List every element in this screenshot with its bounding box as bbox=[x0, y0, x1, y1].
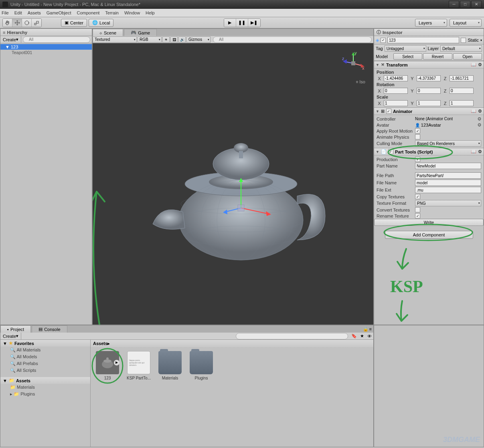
audio-toggle[interactable]: 🔊 bbox=[178, 36, 186, 43]
fav-all-materials[interactable]: 🔍 All Materials bbox=[0, 347, 90, 353]
help-icon[interactable]: 📖 bbox=[471, 109, 476, 114]
console-tab[interactable]: ▤Console bbox=[32, 325, 67, 333]
tag-dropdown[interactable]: Untagged bbox=[385, 45, 426, 52]
project-tab[interactable]: ▪Project bbox=[0, 325, 31, 333]
hierarchy-tab[interactable]: ≡ Hierarchy bbox=[0, 29, 92, 36]
render-dropdown[interactable]: RGB bbox=[138, 36, 162, 43]
write-button[interactable]: Write bbox=[374, 219, 484, 226]
position-y-input[interactable] bbox=[417, 75, 441, 81]
gear-icon[interactable]: ⚙ bbox=[478, 149, 482, 154]
root-motion-checkbox[interactable]: ✓ bbox=[415, 128, 420, 133]
panel-menu-icon[interactable]: ≡ bbox=[369, 327, 372, 331]
parttools-component-header[interactable]: ▼📄 ✓ Part Tools (Script) 📖 ⚙ bbox=[374, 148, 484, 155]
rotation-z-input[interactable] bbox=[450, 88, 474, 94]
game-tab[interactable]: 🎮Game bbox=[124, 29, 157, 36]
shading-dropdown[interactable]: Textured bbox=[93, 36, 137, 43]
object-name-input[interactable] bbox=[387, 37, 459, 43]
menu-assets[interactable]: Assets bbox=[28, 10, 41, 15]
star-icon[interactable]: ★ bbox=[358, 333, 366, 339]
avatar-value[interactable]: 👤 123Avatar bbox=[415, 123, 476, 127]
asset-materials-folder[interactable]: Materials bbox=[157, 351, 183, 380]
scene-tab[interactable]: ⟐Scene bbox=[93, 29, 123, 36]
play-button[interactable]: ▶ bbox=[224, 19, 236, 27]
gizmos-dropdown[interactable]: Gizmos bbox=[186, 36, 211, 43]
fav-all-scripts[interactable]: 🔍 All Scripts bbox=[0, 367, 90, 374]
filter-icon[interactable]: 🔖 bbox=[350, 333, 358, 339]
breadcrumb[interactable]: Assets ▸ bbox=[91, 340, 373, 347]
pause-button[interactable]: ❚❚ bbox=[236, 19, 248, 27]
object-enabled-checkbox[interactable]: ✓ bbox=[381, 38, 386, 43]
scale-x-input[interactable] bbox=[384, 100, 408, 106]
animator-component-header[interactable]: ▼⊞ ✓ Animator 📖 ⚙ bbox=[374, 107, 484, 115]
layer-dropdown[interactable]: Default bbox=[440, 45, 482, 52]
model-open-button[interactable]: Open bbox=[453, 53, 482, 60]
menu-help[interactable]: Help bbox=[146, 10, 155, 15]
transform-component-header[interactable]: ▼⤧ Transform 📖 ⚙ bbox=[374, 61, 484, 69]
position-z-input[interactable] bbox=[450, 75, 474, 81]
pivot-center-button[interactable]: ▣ Center bbox=[61, 19, 87, 27]
minimize-button[interactable]: ─ bbox=[449, 1, 459, 8]
file-path-input[interactable] bbox=[415, 172, 481, 179]
texture-format-dropdown[interactable]: PNG bbox=[415, 200, 481, 206]
help-icon[interactable]: 📖 bbox=[471, 149, 476, 154]
hierarchy-item-123[interactable]: ▼ 123 bbox=[0, 44, 92, 50]
gear-icon[interactable]: ⚙ bbox=[478, 62, 482, 67]
project-search-input[interactable] bbox=[236, 333, 348, 339]
layers-dropdown[interactable]: Layers bbox=[415, 19, 447, 27]
asset-plugins-folder[interactable]: Plugins bbox=[188, 351, 214, 380]
help-icon[interactable]: 📖 bbox=[471, 62, 476, 67]
layout-dropdown[interactable]: Layout bbox=[450, 19, 482, 27]
rotation-x-input[interactable] bbox=[384, 88, 408, 94]
menu-gameobject[interactable]: GameObject bbox=[47, 10, 71, 15]
scene-search-input[interactable] bbox=[213, 36, 372, 43]
file-name-input[interactable] bbox=[415, 180, 481, 186]
light-toggle[interactable]: ☀ bbox=[162, 36, 170, 43]
menu-window[interactable]: Window bbox=[124, 10, 140, 15]
rename-texture-checkbox[interactable]: ✓ bbox=[415, 213, 420, 218]
assets-plugins[interactable]: ▸ 📁 Plugins bbox=[0, 391, 90, 398]
copy-textures-checkbox[interactable]: ✓ bbox=[415, 194, 420, 199]
convert-textures-checkbox[interactable] bbox=[415, 207, 420, 212]
hierarchy-search-input[interactable] bbox=[23, 36, 90, 43]
inspector-tab[interactable]: ⓘ Inspector bbox=[374, 29, 484, 36]
animator-enabled-checkbox[interactable]: ✓ bbox=[386, 109, 391, 114]
project-create-button[interactable]: Create ▾ bbox=[0, 333, 21, 339]
pivot-local-button[interactable]: 🌐 Local bbox=[89, 19, 113, 27]
hidden-icon[interactable]: 👁 bbox=[366, 334, 373, 339]
scale-y-input[interactable] bbox=[417, 100, 441, 106]
animate-physics-checkbox[interactable] bbox=[415, 134, 420, 139]
file-ext-input[interactable] bbox=[415, 187, 481, 193]
culling-dropdown[interactable]: Based On Renderers bbox=[415, 140, 481, 147]
menu-component[interactable]: Component bbox=[77, 10, 99, 15]
model-select-button[interactable]: Select bbox=[393, 53, 422, 60]
scale-z-input[interactable] bbox=[450, 100, 474, 106]
asset-123[interactable]: ▶ 123 bbox=[95, 351, 120, 380]
assets-header[interactable]: ▼📁Assets bbox=[0, 377, 90, 384]
step-button[interactable]: ▶❚ bbox=[248, 19, 260, 27]
scale-tool[interactable] bbox=[32, 19, 41, 27]
image-toggle[interactable]: 🖼 bbox=[170, 36, 178, 43]
model-revert-button[interactable]: Revert bbox=[423, 53, 452, 60]
menu-edit[interactable]: Edit bbox=[14, 10, 22, 15]
close-button[interactable]: ✕ bbox=[471, 1, 482, 8]
rotate-tool[interactable] bbox=[22, 19, 32, 27]
scene-viewport[interactable]: y x z ≡ Iso bbox=[93, 43, 373, 325]
controller-value[interactable]: None (Animator Cont bbox=[415, 117, 476, 121]
rotation-y-input[interactable] bbox=[417, 88, 441, 94]
menu-file[interactable]: File bbox=[2, 10, 9, 15]
menu-terrain[interactable]: Terrain bbox=[105, 10, 119, 15]
position-x-input[interactable] bbox=[384, 75, 408, 81]
gear-icon[interactable]: ⚙ bbox=[478, 109, 482, 114]
hierarchy-create-button[interactable]: Create ▾ bbox=[0, 36, 21, 43]
maximize-button[interactable]: □ bbox=[460, 1, 470, 8]
asset-ksp-parttools[interactable]: Itaque porro quisquam est qui dolorem. K… bbox=[126, 351, 152, 380]
move-tool[interactable] bbox=[12, 19, 22, 27]
assets-materials[interactable]: 📁 Materials bbox=[0, 384, 90, 391]
production-checkbox[interactable]: ✓ bbox=[415, 157, 420, 162]
hand-tool[interactable] bbox=[3, 19, 12, 27]
parttools-enabled-checkbox[interactable]: ✓ bbox=[388, 149, 393, 154]
orientation-gizmo[interactable]: y x z bbox=[341, 51, 365, 75]
hierarchy-item-teapot[interactable]: Teapot001 bbox=[0, 50, 92, 55]
favorites-header[interactable]: ▼★Favorites bbox=[0, 340, 90, 347]
lock-icon[interactable]: 🔒 bbox=[363, 327, 369, 332]
